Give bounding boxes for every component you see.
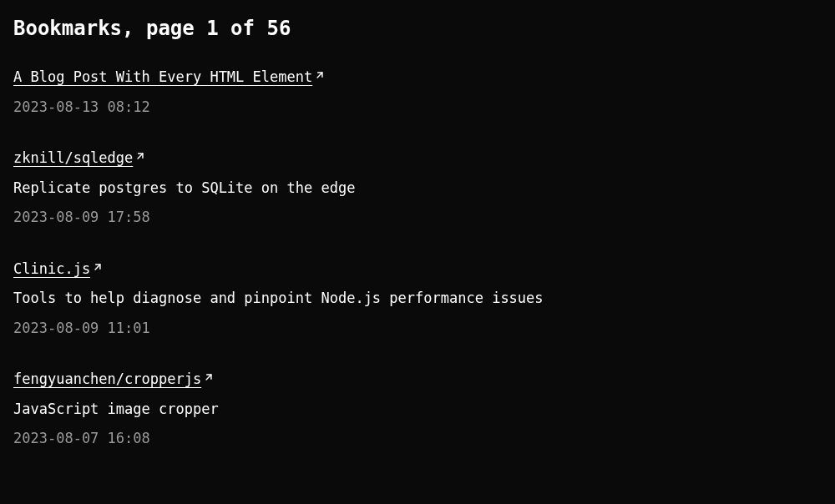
svg-line-3 [206,375,211,380]
external-link-icon [92,258,104,280]
bookmark-item: A Blog Post With Every HTML Element 2023… [13,67,822,118]
external-link-icon [203,368,215,390]
bookmark-title: fengyuanchen/cropperjs [13,370,201,387]
bookmark-description: JavaScript image cropper [13,399,822,421]
bookmark-description: Tools to help diagnose and pinpoint Node… [13,288,822,310]
bookmark-link[interactable]: zknill/sqledge [13,149,133,166]
svg-line-1 [138,154,143,159]
bookmark-link[interactable]: Clinic.js [13,260,90,277]
bookmark-description: Replicate postgres to SQLite on the edge [13,178,822,199]
bookmark-list: A Blog Post With Every HTML Element 2023… [13,67,822,450]
bookmark-title: zknill/sqledge [13,149,133,166]
bookmark-link[interactable]: A Blog Post With Every HTML Element [13,68,312,85]
bookmark-timestamp: 2023-08-07 16:08 [13,428,822,450]
bookmark-timestamp: 2023-08-13 08:12 [13,97,822,118]
bookmark-timestamp: 2023-08-09 11:01 [13,318,822,340]
page-title: Bookmarks, page 1 of 56 [13,13,822,43]
bookmark-title: Clinic.js [13,260,90,277]
svg-line-2 [95,265,100,270]
bookmark-item: Clinic.js Tools to help diagnose and pin… [13,259,822,340]
svg-line-0 [317,73,322,78]
bookmark-title: A Blog Post With Every HTML Element [13,68,312,85]
bookmark-link[interactable]: fengyuanchen/cropperjs [13,370,201,387]
bookmark-item: fengyuanchen/cropperjs JavaScript image … [13,369,822,450]
external-link-icon [314,66,326,88]
bookmark-item: zknill/sqledge Replicate postgres to SQL… [13,148,822,229]
bookmark-timestamp: 2023-08-09 17:58 [13,207,822,229]
external-link-icon [134,147,146,169]
